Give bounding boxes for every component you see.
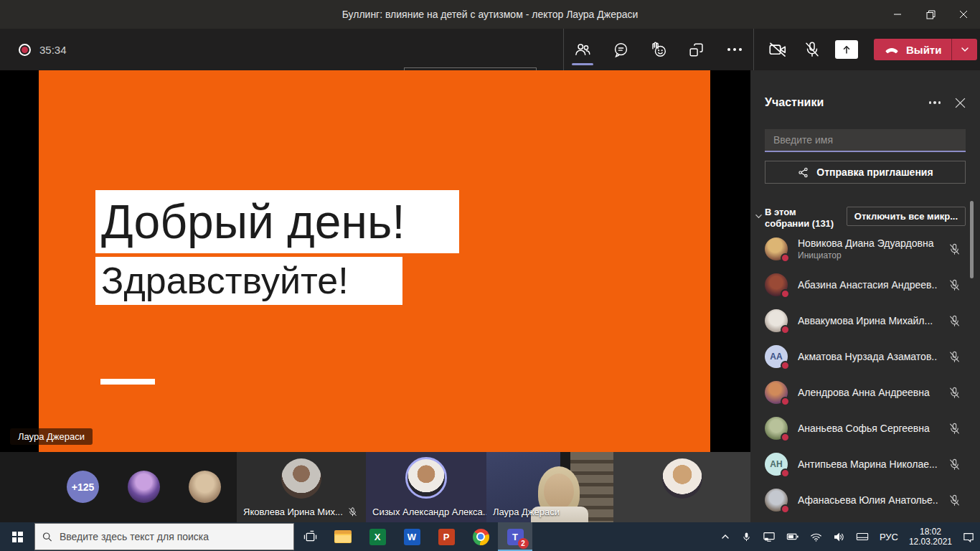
windows-logo-icon <box>12 532 23 542</box>
wifi-icon <box>810 532 822 542</box>
participant-row[interactable]: Афанасьева Юлия Анатолье... <box>765 482 966 518</box>
tray-volume-icon[interactable] <box>833 532 845 542</box>
ellipsis-icon <box>727 48 742 51</box>
tray-wifi-icon[interactable] <box>810 532 822 542</box>
teams-button[interactable]: T 2 <box>498 522 532 551</box>
leave-button-label: Выйти <box>906 44 941 56</box>
video-tile-camera-on[interactable]: Лаура Джераси <box>486 452 613 522</box>
more-options-button[interactable] <box>715 29 753 70</box>
leave-split-button: Выйти <box>874 39 977 60</box>
chrome-button[interactable] <box>463 522 498 551</box>
tray-expand-button[interactable] <box>720 532 730 542</box>
participant-mic-off-button[interactable] <box>948 458 961 471</box>
avatar-initials: АН <box>765 453 788 476</box>
mic-off-icon <box>948 386 961 400</box>
taskbar-search[interactable] <box>34 523 294 550</box>
participant-avatar[interactable] <box>189 471 221 503</box>
participant-mic-off-button[interactable] <box>948 350 961 364</box>
cast-display-icon <box>763 531 776 542</box>
mic-off-button[interactable] <box>798 40 826 59</box>
taskbar-search-input[interactable] <box>60 531 286 542</box>
tray-display-icon[interactable] <box>763 531 776 542</box>
chrome-icon <box>473 529 489 545</box>
participant-mic-off-button[interactable] <box>948 314 961 328</box>
tray-touch-keyboard-icon[interactable] <box>856 532 869 542</box>
section-collapse-button[interactable] <box>755 210 763 223</box>
tray-mic-icon[interactable] <box>741 532 752 542</box>
action-center-button[interactable] <box>963 532 974 542</box>
participant-mic-off-button[interactable] <box>948 386 961 400</box>
mute-all-button[interactable]: Отключить все микр... <box>847 207 966 226</box>
excel-button[interactable]: X <box>360 522 395 551</box>
panel-scrollbar[interactable] <box>970 201 974 278</box>
shared-slide: Добрый день! Здравствуйте! <box>39 70 710 452</box>
video-tile[interactable] <box>613 452 750 522</box>
tray-battery-icon[interactable] <box>786 532 799 542</box>
search-icon <box>42 532 52 542</box>
mic-off-icon <box>948 314 961 328</box>
participant-row[interactable]: Абазина Анастасия Андреев... <box>765 267 966 303</box>
participant-mic-off-button[interactable] <box>948 494 961 507</box>
share-screen-button[interactable] <box>835 40 858 59</box>
tile-name-label: Сизых Александр Алекса... <box>372 507 486 517</box>
leave-button[interactable]: Выйти <box>874 39 951 60</box>
panel-more-button[interactable] <box>929 101 941 104</box>
participant-search-input[interactable] <box>765 129 966 152</box>
volume-icon <box>833 532 845 542</box>
word-button[interactable]: W <box>395 522 429 551</box>
minimize-button[interactable] <box>881 0 914 29</box>
presenter-name-label: Лаура Джераси <box>10 428 93 445</box>
participant-list: Новикова Диана Эдуардовна Инициатор Абаз… <box>765 231 966 522</box>
task-view-button[interactable] <box>294 522 326 551</box>
participant-row[interactable]: АА Акматова Нурзада Азаматов... <box>765 339 966 375</box>
start-button[interactable] <box>0 522 34 551</box>
participant-row[interactable]: АН Антипьева Марина Николае... <box>765 446 966 482</box>
leave-options-button[interactable] <box>951 39 977 60</box>
mic-off-icon <box>948 494 961 507</box>
windows-taskbar: X W P T 2 <box>0 522 980 551</box>
taskbar-clock[interactable]: 18:02 12.03.2021 <box>909 527 952 547</box>
powerpoint-button[interactable]: P <box>429 522 463 551</box>
powerpoint-icon: P <box>438 529 455 545</box>
participant-row[interactable]: Ананьева Софья Сергеевна <box>765 410 966 446</box>
status-busy-dot <box>781 468 790 478</box>
send-invite-button[interactable]: Отправка приглашения <box>765 161 966 184</box>
participant-mic-off-button[interactable] <box>948 242 961 256</box>
avatar <box>765 237 788 260</box>
camera-off-button[interactable] <box>763 39 791 60</box>
camera-off-icon <box>768 39 788 60</box>
participant-row[interactable]: Новикова Диана Эдуардовна Инициатор <box>765 231 966 267</box>
clock-date: 12.03.2021 <box>909 537 952 547</box>
participant-row[interactable]: Алендрова Анна Андреевна <box>765 375 966 410</box>
participant-mic-off-button[interactable] <box>948 422 961 435</box>
more-participants-badge[interactable]: +125 <box>67 471 99 503</box>
chevron-up-icon <box>720 532 730 542</box>
file-explorer-button[interactable] <box>326 522 360 551</box>
toolbar-right-controls: Выйти <box>763 29 977 70</box>
participant-role: Инициатор <box>798 250 938 260</box>
participants-button[interactable] <box>564 29 602 70</box>
participant-row[interactable]: Аввакумова Ирина Михайл... <box>765 303 966 339</box>
language-indicator[interactable]: РУС <box>880 532 898 542</box>
restore-button[interactable] <box>914 0 947 29</box>
meeting-timer: 35:34 <box>39 44 67 56</box>
chevron-down-icon <box>960 44 970 55</box>
tile-name-label: Яковлева Ирина Мих... <box>243 507 343 517</box>
participant-mic-off-button[interactable] <box>948 278 961 292</box>
reactions-button[interactable] <box>640 29 678 70</box>
participant-avatar[interactable] <box>128 471 160 503</box>
chat-button[interactable] <box>602 29 640 70</box>
breakout-rooms-button[interactable] <box>677 29 715 70</box>
video-tile[interactable]: Сизых Александр Алекса... <box>366 452 486 522</box>
video-tile[interactable]: Яковлева Ирина Мих... <box>237 452 366 522</box>
slide-subtitle-text: Здравствуйте! <box>95 257 402 305</box>
mic-off-icon <box>948 422 961 435</box>
raise-hand-icon <box>649 40 668 59</box>
toolbar-center-icons <box>563 29 754 70</box>
panel-close-button[interactable] <box>955 98 966 108</box>
tile-name-label: Лаура Джераси <box>493 507 560 517</box>
active-tab-underline <box>572 63 593 65</box>
send-invite-label: Отправка приглашения <box>816 166 933 178</box>
close-button[interactable] <box>947 0 980 29</box>
clock-time: 18:02 <box>909 527 952 537</box>
